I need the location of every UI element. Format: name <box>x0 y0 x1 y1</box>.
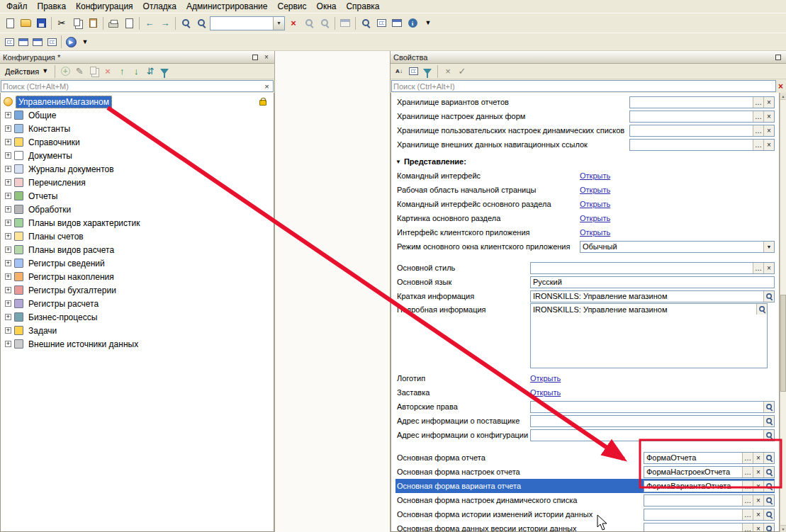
expand-icon[interactable]: + <box>5 260 11 266</box>
expand-icon[interactable]: + <box>5 247 11 253</box>
find-combo[interactable]: ▼ <box>210 16 285 30</box>
ellipsis-button[interactable]: … <box>753 97 763 108</box>
clear-search-icon[interactable]: × <box>262 82 271 91</box>
clear-button[interactable]: × <box>753 453 763 463</box>
ellipsis-button[interactable]: … <box>753 125 763 136</box>
clear-button[interactable]: × <box>753 523 763 532</box>
tree-item-documents[interactable]: +Документы <box>1 149 274 162</box>
property-row-configuration-information-address[interactable]: Адрес информации о конфигурации <box>395 428 775 442</box>
tree-item-enums[interactable]: +Перечисления <box>1 176 274 189</box>
menu-service[interactable]: Сервис <box>272 1 311 12</box>
open-link[interactable]: Открыть <box>580 171 610 180</box>
tree-item-external-data-sources[interactable]: +Внешние источники данных <box>1 337 274 351</box>
property-row-main-language[interactable]: Основной язык Русский <box>395 275 775 289</box>
actions-menu-button[interactable]: Действия ▼ <box>2 66 51 77</box>
value-field[interactable]: Русский <box>530 276 775 288</box>
module-button[interactable] <box>30 35 45 49</box>
value-field[interactable]: … × <box>644 494 775 506</box>
tree-item-catalogs[interactable]: +Справочники <box>1 135 274 149</box>
value-field[interactable]: … × <box>644 523 775 532</box>
property-row-copyright[interactable]: Авторские права <box>395 400 775 414</box>
find-previous-button[interactable] <box>317 16 332 31</box>
magnifier-button[interactable] <box>763 523 774 532</box>
ellipsis-button[interactable]: … <box>742 495 753 506</box>
tree-item-constants[interactable]: +Константы <box>1 122 274 135</box>
pin-icon[interactable] <box>773 52 783 62</box>
split-window-button[interactable] <box>337 16 353 31</box>
form-editor-button[interactable] <box>16 35 30 49</box>
value-field[interactable]: ФормаНастроекОтчета … × <box>644 466 775 478</box>
value-field[interactable] <box>530 415 775 427</box>
magnifier-button[interactable] <box>763 291 774 302</box>
expand-icon[interactable]: + <box>5 193 11 199</box>
tree-item-root[interactable]: УправлениеМагазином <box>1 95 274 108</box>
open-link[interactable]: Открыть <box>580 214 610 222</box>
debug-options-button[interactable]: ▼ <box>78 35 92 49</box>
property-row-main-section-picture[interactable]: Картинка основного раздела Открыть <box>395 211 775 225</box>
property-row-default-report-form[interactable]: Основная форма отчета ФормаОтчета … × <box>395 451 775 465</box>
open-link[interactable]: Открыть <box>530 388 561 397</box>
clear-button[interactable]: × <box>753 467 763 477</box>
tree-item-common[interactable]: +Общие <box>1 108 274 122</box>
value-field[interactable]: … × <box>629 125 775 137</box>
clear-button[interactable]: × <box>763 125 774 136</box>
expand-icon[interactable]: + <box>5 206 11 213</box>
value-field[interactable]: … × <box>629 111 775 123</box>
table-grid-button[interactable] <box>2 35 16 49</box>
check-configuration-button[interactable] <box>358 16 374 31</box>
paste-button[interactable] <box>85 16 101 31</box>
tree-item-tasks[interactable]: +Задачи <box>1 324 274 337</box>
magnifier-button[interactable] <box>763 481 774 492</box>
expand-icon[interactable]: + <box>5 341 11 347</box>
properties-filter-button[interactable] <box>421 65 434 78</box>
property-row-detailed-information[interactable]: Подробная информация IRONSKILLS: Управле… <box>395 303 775 371</box>
ellipsis-button[interactable]: … <box>742 523 753 532</box>
property-row-main-section-command-interface[interactable]: Командный интерфейс основного раздела От… <box>395 197 775 211</box>
expand-icon[interactable]: + <box>5 125 11 132</box>
expand-icon[interactable]: + <box>5 220 11 226</box>
menu-windows[interactable]: Окна <box>312 1 342 12</box>
magnifier-button[interactable] <box>763 416 774 426</box>
tree-item-chart-of-accounts[interactable]: +Планы счетов <box>1 230 274 243</box>
open-link[interactable]: Открыть <box>580 228 610 237</box>
magnifier-button[interactable] <box>763 467 774 477</box>
clear-button[interactable]: × <box>763 263 774 273</box>
syntax-help-button[interactable] <box>389 16 405 31</box>
find-settings-button[interactable] <box>193 16 209 31</box>
copy-item-button[interactable] <box>87 65 100 78</box>
scrollbar-thumb[interactable] <box>780 295 786 391</box>
tree-item-business-processes[interactable]: +Бизнес-процессы <box>1 310 274 324</box>
delete-button[interactable]: × <box>101 65 114 78</box>
open-link[interactable]: Открыть <box>530 374 561 383</box>
start-debug-button[interactable]: ▶ <box>64 35 78 49</box>
ellipsis-button[interactable]: … <box>753 111 763 122</box>
property-row-form-data-settings-storage[interactable]: Хранилище настроек данных форм … × <box>395 109 775 123</box>
expand-icon[interactable]: + <box>5 287 11 293</box>
property-row-main-window-mode[interactable]: Режим основного окна клиентского приложе… <box>395 239 775 254</box>
expand-icon[interactable]: + <box>5 166 11 172</box>
property-row-default-dynamic-list-settings-form[interactable]: Основная форма настроек динамического сп… <box>395 493 775 507</box>
tree-item-reports[interactable]: +Отчеты <box>1 189 274 203</box>
open-link[interactable]: Открыть <box>580 186 610 194</box>
configuration-settings-button[interactable] <box>374 16 389 31</box>
value-field[interactable]: IRONSKILLS: Управление магазином <box>530 290 775 302</box>
move-down-button[interactable]: ↓ <box>130 65 142 78</box>
menu-edit[interactable]: Правка <box>33 1 72 12</box>
menu-configuration[interactable]: Конфигурация <box>71 1 138 12</box>
magnifier-button[interactable] <box>763 402 774 412</box>
value-field[interactable]: … × <box>629 139 775 151</box>
ellipsis-button[interactable]: … <box>742 467 753 477</box>
value-field[interactable]: … × <box>530 262 775 274</box>
edit-button[interactable]: ✎ <box>73 65 86 78</box>
property-row-external-navigation-links-storage[interactable]: Хранилище внешних данных навигационных с… <box>395 137 775 152</box>
tree-search[interactable]: × <box>1 80 274 92</box>
expand-icon[interactable]: + <box>5 139 11 145</box>
tree-item-chart-of-characteristic-types[interactable]: +Планы видов характеристик <box>1 216 274 230</box>
close-search-icon[interactable]: × <box>776 81 785 91</box>
show-by-categories-button[interactable] <box>407 65 420 78</box>
move-up-button[interactable]: ↑ <box>116 65 128 78</box>
value-field[interactable] <box>530 401 775 413</box>
tree-item-accumulation-registers[interactable]: +Регистры накопления <box>1 270 274 283</box>
pin-icon[interactable] <box>250 52 260 62</box>
dropdown-field[interactable]: Обычный ▼ <box>580 241 775 253</box>
